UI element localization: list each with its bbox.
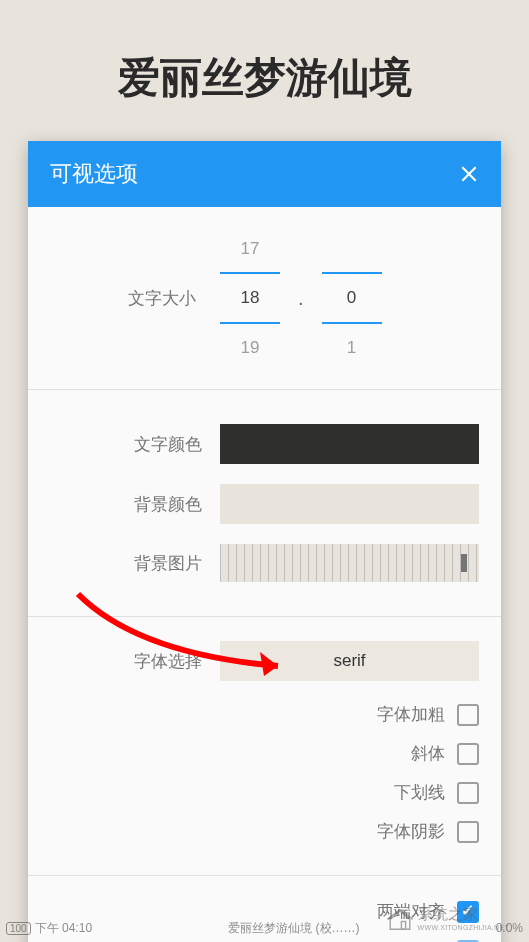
watermark-url: WWW.XITONGZHIJIA.NET bbox=[418, 924, 509, 931]
status-book: 爱丽丝梦游仙境 (校……) bbox=[228, 920, 359, 937]
size-minor[interactable]: 0 bbox=[322, 272, 382, 324]
shadow-checkbox[interactable] bbox=[457, 821, 479, 843]
bold-label: 字体加粗 bbox=[377, 703, 445, 726]
shadow-label: 字体阴影 bbox=[377, 820, 445, 843]
bold-checkbox[interactable] bbox=[457, 704, 479, 726]
dialog-title: 可视选项 bbox=[50, 159, 138, 189]
size-separator: . bbox=[298, 287, 304, 310]
text-color-label: 文字颜色 bbox=[50, 433, 220, 456]
underline-label: 下划线 bbox=[394, 781, 445, 804]
bg-image-label: 背景图片 bbox=[50, 552, 220, 575]
underline-checkbox[interactable] bbox=[457, 782, 479, 804]
watermark-text: 系统之家 bbox=[418, 905, 509, 924]
size-next-minor[interactable]: 1 bbox=[322, 338, 382, 358]
watermark: 系统之家 WWW.XITONGZHIJIA.NET bbox=[386, 904, 509, 932]
size-major[interactable]: 18 bbox=[220, 272, 280, 324]
italic-label: 斜体 bbox=[411, 742, 445, 765]
colors-section: 文字颜色 背景颜色 背景图片 bbox=[28, 390, 501, 617]
options-dialog: 可视选项 17 . 0 文字大小 18 . 0 19 bbox=[28, 141, 501, 942]
svg-line-3 bbox=[387, 910, 400, 920]
dialog-header: 可视选项 bbox=[28, 141, 501, 207]
font-select-label: 字体选择 bbox=[50, 650, 220, 673]
size-next-major[interactable]: 19 bbox=[220, 338, 280, 358]
size-prev-major[interactable]: 17 bbox=[220, 239, 280, 259]
font-size-label: 文字大小 bbox=[50, 287, 220, 310]
font-size-section: 17 . 0 文字大小 18 . 0 19 . 1 bbox=[28, 207, 501, 390]
italic-checkbox[interactable] bbox=[457, 743, 479, 765]
svg-rect-5 bbox=[401, 922, 405, 930]
close-icon[interactable] bbox=[459, 164, 479, 184]
text-color-swatch[interactable] bbox=[220, 424, 479, 464]
status-time: 下午 04:10 bbox=[35, 920, 92, 937]
bg-color-label: 背景颜色 bbox=[50, 493, 220, 516]
battery-icon: 100 bbox=[6, 922, 31, 935]
bg-color-swatch[interactable] bbox=[220, 484, 479, 524]
bg-image-slider[interactable] bbox=[220, 544, 479, 582]
svg-line-4 bbox=[400, 910, 413, 920]
font-section: 字体选择 serif 字体加粗 斜体 下划线 字体阴影 bbox=[28, 617, 501, 876]
font-select-value[interactable]: serif bbox=[220, 641, 479, 681]
watermark-logo-icon bbox=[386, 904, 414, 932]
page-title: 爱丽丝梦游仙境 bbox=[0, 0, 529, 141]
